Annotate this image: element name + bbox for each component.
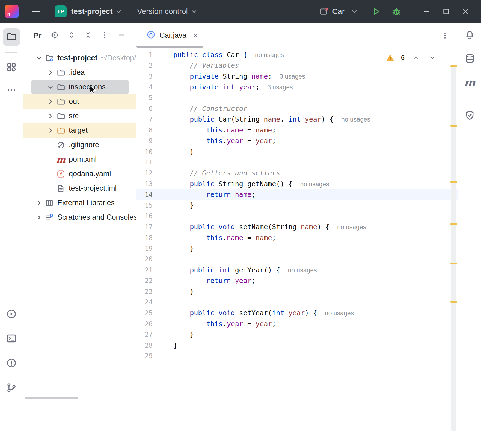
tab-close-icon[interactable] (192, 32, 199, 39)
code-line-20[interactable]: 20 (136, 254, 458, 264)
code-line-23[interactable]: 23 } (136, 286, 458, 297)
line-number[interactable]: 21 (136, 265, 173, 276)
tool-problems-button[interactable] (3, 355, 20, 372)
chevron-down-icon[interactable] (45, 81, 56, 93)
inspections-widget[interactable]: 6 (384, 52, 439, 64)
tree-item-test-project[interactable]: test-project~/Desktop/ (23, 51, 136, 65)
code-line-19[interactable]: 19 } (136, 243, 458, 254)
chevron-right-icon[interactable] (45, 110, 56, 122)
horizontal-scrollbar[interactable] (25, 397, 78, 399)
code-line-7[interactable]: 7 public Car(String name, int year) {no … (136, 114, 458, 125)
code-line-15[interactable]: 15 } (136, 200, 458, 211)
line-number[interactable]: 14 (136, 190, 173, 200)
line-number[interactable]: 20 (136, 254, 173, 264)
tool-qodana-shield-button[interactable] (461, 107, 479, 125)
editor-scrollbar[interactable] (451, 65, 456, 431)
line-number[interactable]: 5 (136, 93, 173, 103)
tree-item-out[interactable]: out (23, 94, 136, 109)
code-line-24[interactable]: 24 (136, 297, 458, 308)
collapse-all-button[interactable] (82, 30, 94, 42)
code-area[interactable]: 1public class Car {no usages2 // Variabl… (136, 48, 458, 448)
line-number[interactable]: 17 (136, 222, 173, 232)
line-number[interactable]: 29 (136, 351, 173, 361)
code-line-8[interactable]: 8 this.name = name; (136, 125, 458, 135)
line-number[interactable]: 27 (136, 329, 173, 340)
tree-item-external-libraries[interactable]: External Libraries (23, 196, 136, 210)
vcs-menu[interactable]: Version control (137, 7, 198, 16)
project-panel-title[interactable]: Pr (33, 31, 42, 40)
tree-item-scratches-and-consoles[interactable]: Scratches and Consoles (23, 210, 136, 225)
code-line-13[interactable]: 13 public String getName() {no usages (136, 179, 458, 189)
line-number[interactable]: 1 (136, 50, 173, 60)
hide-button[interactable] (115, 30, 127, 42)
code-line-25[interactable]: 25 public void setYear(int year) {no usa… (136, 308, 458, 318)
line-number[interactable]: 4 (136, 82, 173, 93)
run-button[interactable] (369, 4, 384, 19)
line-number[interactable]: 7 (136, 114, 173, 125)
minimize-button[interactable] (417, 3, 436, 20)
code-line-11[interactable]: 11 (136, 157, 458, 168)
chevron-right-icon[interactable] (45, 67, 56, 78)
tree-item-idea[interactable]: .idea (23, 65, 136, 80)
code-line-4[interactable]: 4 private int year;3 usages (136, 82, 458, 92)
line-number[interactable]: 18 (136, 233, 173, 243)
line-number[interactable]: 22 (136, 276, 173, 286)
tree-item-gitignore[interactable]: .gitignore (23, 138, 136, 152)
code-line-22[interactable]: 22 return year; (136, 275, 458, 286)
line-number[interactable]: 24 (136, 297, 173, 308)
line-number[interactable]: 6 (136, 104, 173, 114)
code-line-27[interactable]: 27 } (136, 329, 458, 340)
tool-run-button[interactable] (3, 306, 20, 323)
code-line-3[interactable]: 3 private String name;3 usages (136, 71, 458, 82)
tool-structure-button[interactable] (3, 59, 20, 76)
line-number[interactable]: 9 (136, 136, 173, 146)
line-number[interactable]: 26 (136, 319, 173, 329)
code-line-5[interactable]: 5 (136, 93, 458, 103)
code-line-18[interactable]: 18 this.name = name; (136, 232, 458, 243)
line-number[interactable]: 13 (136, 179, 173, 190)
chevron-down-icon[interactable] (33, 52, 45, 64)
main-menu-button[interactable] (28, 4, 44, 19)
chevron-right-icon[interactable] (45, 96, 56, 107)
tool-project-tool-button[interactable] (3, 28, 20, 46)
line-number[interactable]: 2 (136, 60, 173, 71)
line-number[interactable]: 23 (136, 287, 173, 297)
tab-car-java[interactable]: C Car.java (136, 23, 207, 48)
line-number[interactable]: 16 (136, 211, 173, 222)
tool-notifications-button[interactable] (461, 27, 479, 44)
chevron-right-icon[interactable] (45, 125, 56, 136)
more-vertical-button[interactable] (99, 30, 111, 42)
tree-item-inspections[interactable]: inspections (23, 80, 136, 94)
project-selector[interactable]: test-project (71, 7, 123, 16)
tool-more-button[interactable] (3, 82, 20, 99)
code-line-26[interactable]: 26 this.year = year; (136, 319, 458, 329)
line-number[interactable]: 19 (136, 243, 173, 254)
line-number[interactable]: 28 (136, 340, 173, 351)
code-line-6[interactable]: 6 // Constructor (136, 103, 458, 114)
next-problem-button[interactable] (427, 53, 437, 63)
code-line-21[interactable]: 21 public int getYear() {no usages (136, 265, 458, 275)
line-number[interactable]: 3 (136, 71, 173, 82)
previous-problem-button[interactable] (411, 53, 421, 63)
tree-item-pom-xml[interactable]: mpom.xml (23, 152, 136, 167)
tool-database-button[interactable] (461, 50, 479, 68)
line-number[interactable]: 11 (136, 157, 173, 168)
code-line-14[interactable]: 14 return name; (136, 189, 458, 200)
line-number[interactable]: 12 (136, 168, 173, 179)
tool-terminal-button[interactable] (3, 330, 20, 348)
code-line-29[interactable]: 29 (136, 351, 458, 361)
editor-options-kebab-icon[interactable] (439, 30, 451, 42)
code-line-9[interactable]: 9 this.year = year; (136, 135, 458, 146)
expand-all-button[interactable] (66, 30, 78, 42)
code-line-16[interactable]: 16 (136, 211, 458, 222)
maximize-button[interactable] (436, 3, 456, 20)
close-button[interactable] (456, 3, 476, 20)
code-line-17[interactable]: 17 public void setName(String name) {no … (136, 222, 458, 232)
code-line-12[interactable]: 12 // Getters and setters (136, 168, 458, 178)
tool-maven-button[interactable]: m (461, 74, 479, 91)
line-number[interactable]: 25 (136, 308, 173, 319)
line-number[interactable]: 15 (136, 200, 173, 211)
locate-button[interactable] (49, 30, 61, 42)
debug-button[interactable] (389, 4, 404, 19)
line-number[interactable]: 8 (136, 125, 173, 136)
